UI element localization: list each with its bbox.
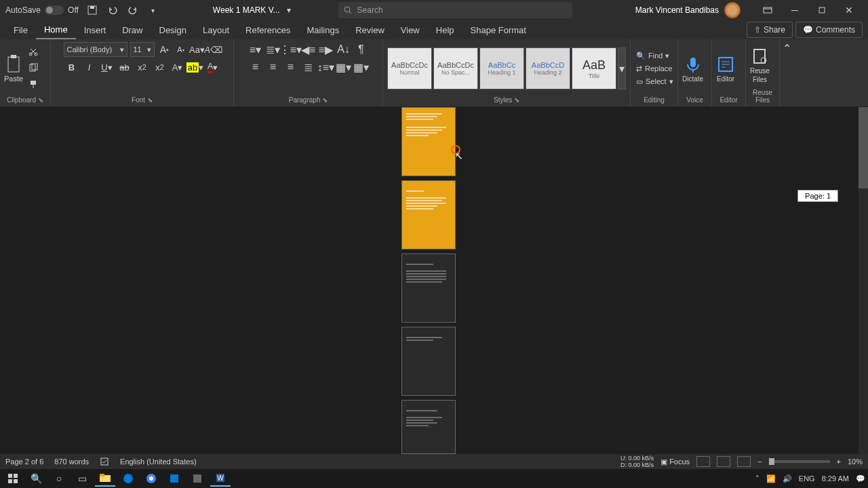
autosave-toggle[interactable] xyxy=(45,5,64,15)
style-heading2[interactable]: AaBbCcDHeading 2 xyxy=(526,47,570,89)
page-thumb-1[interactable]: ↖ xyxy=(401,107,456,176)
copy-icon[interactable] xyxy=(28,63,39,74)
font-color-icon[interactable]: A▾ xyxy=(205,60,220,75)
style-heading1[interactable]: AaBbCcHeading 1 xyxy=(479,47,524,89)
share-button[interactable]: ⇧Share xyxy=(747,22,793,38)
change-case-icon[interactable]: Aa▾ xyxy=(190,42,205,57)
superscript-button[interactable]: x2 xyxy=(153,60,167,75)
ribbon-display-icon[interactable] xyxy=(754,0,781,20)
read-mode-icon[interactable] xyxy=(696,456,710,467)
zoom-level[interactable]: 10% xyxy=(848,458,863,466)
tab-view[interactable]: View xyxy=(393,22,428,39)
text-effects-icon[interactable]: A▾ xyxy=(170,60,185,75)
close-button[interactable]: ✕ xyxy=(835,0,863,20)
italic-button[interactable]: I xyxy=(82,60,97,75)
underline-button[interactable]: U▾ xyxy=(100,60,115,75)
format-painter-icon[interactable] xyxy=(28,79,39,90)
tab-design[interactable]: Design xyxy=(151,22,195,39)
styles-more-icon[interactable]: ▾ xyxy=(618,47,626,89)
qat-dropdown-icon[interactable]: ▾ xyxy=(148,5,159,16)
tab-review[interactable]: Review xyxy=(347,22,393,39)
sort-icon[interactable]: A↓ xyxy=(336,42,352,57)
print-layout-icon[interactable] xyxy=(717,456,730,467)
search-input[interactable]: Search xyxy=(338,2,572,18)
edge-icon[interactable] xyxy=(118,470,138,487)
status-words[interactable]: 870 words xyxy=(54,458,89,466)
tab-layout[interactable]: Layout xyxy=(195,22,237,39)
start-button[interactable] xyxy=(3,470,23,487)
tab-insert[interactable]: Insert xyxy=(76,22,115,39)
chrome-icon[interactable] xyxy=(141,470,161,487)
tab-file[interactable]: File xyxy=(5,22,36,39)
scrollbar-thumb[interactable] xyxy=(859,107,868,188)
bold-button[interactable]: B xyxy=(64,60,79,75)
style-normal[interactable]: AaBbCcDcNormal xyxy=(387,47,432,89)
subscript-button[interactable]: x2 xyxy=(135,60,150,75)
reuse-files-button[interactable]: Reuse Files xyxy=(750,47,770,83)
borders-icon[interactable]: ▦▾ xyxy=(353,60,370,75)
find-button[interactable]: 🔍Find▾ xyxy=(635,50,675,62)
multilevel-icon[interactable]: ⋮≡▾ xyxy=(283,42,299,57)
line-spacing-icon[interactable]: ↕≡▾ xyxy=(318,60,334,75)
task-view-icon[interactable]: ▭ xyxy=(72,470,92,487)
select-button[interactable]: ▭Select▾ xyxy=(635,76,675,87)
status-language[interactable]: English (United States) xyxy=(120,458,197,466)
tray-language[interactable]: ENG xyxy=(799,474,815,483)
word-icon[interactable]: W xyxy=(210,470,231,487)
style-title[interactable]: AaBTitle xyxy=(572,47,616,89)
maximize-button[interactable] xyxy=(808,0,835,20)
app-icon-1[interactable] xyxy=(164,470,184,487)
redo-icon[interactable] xyxy=(127,5,138,16)
user-avatar[interactable] xyxy=(724,2,741,18)
shading-icon[interactable]: ▦▾ xyxy=(336,60,352,75)
search-taskbar-icon[interactable]: 🔍 xyxy=(26,470,46,487)
cut-icon[interactable] xyxy=(28,47,39,58)
comments-button[interactable]: 💬Comments xyxy=(795,22,863,38)
undo-icon[interactable] xyxy=(107,5,118,16)
status-page[interactable]: Page 2 of 6 xyxy=(5,458,43,466)
align-center-icon[interactable]: ≡ xyxy=(265,60,281,75)
focus-mode-button[interactable]: ▣ Focus xyxy=(660,458,690,466)
clear-formatting-icon[interactable]: A⌫ xyxy=(206,42,221,57)
highlight-icon[interactable]: ab▾ xyxy=(188,60,203,75)
tab-help[interactable]: Help xyxy=(428,22,462,39)
tray-expand-icon[interactable]: ˄ xyxy=(755,474,760,483)
bullets-icon[interactable]: ≡▾ xyxy=(248,42,264,57)
web-layout-icon[interactable] xyxy=(737,456,751,467)
tab-shape-format[interactable]: Shape Format xyxy=(462,22,534,39)
replace-button[interactable]: ⇄Replace xyxy=(635,63,675,75)
tray-network-icon[interactable]: 📶 xyxy=(766,474,776,483)
page-thumb-2[interactable] xyxy=(401,180,456,249)
align-right-icon[interactable]: ≡ xyxy=(283,60,299,75)
paste-button[interactable]: Paste xyxy=(4,54,23,83)
decrease-indent-icon[interactable]: ◀≡ xyxy=(300,42,317,57)
increase-indent-icon[interactable]: ≡▶ xyxy=(318,42,334,57)
page-thumb-4[interactable] xyxy=(401,327,456,396)
strikethrough-button[interactable]: ab xyxy=(117,60,132,75)
tab-home[interactable]: Home xyxy=(36,21,76,39)
zoom-slider[interactable] xyxy=(769,460,830,463)
document-canvas[interactable]: ↖ xyxy=(0,107,868,469)
increase-font-icon[interactable]: A▴ xyxy=(157,42,172,57)
paragraph-launcher-icon[interactable]: ⬊ xyxy=(322,96,328,104)
tab-references[interactable]: References xyxy=(237,22,298,39)
font-size-select[interactable]: 11▾ xyxy=(130,42,155,57)
spellcheck-icon[interactable] xyxy=(100,457,109,466)
font-launcher-icon[interactable]: ⬊ xyxy=(147,96,153,104)
collapse-ribbon-icon[interactable]: ⌃ xyxy=(780,39,793,106)
minimize-button[interactable]: ─ xyxy=(781,0,808,20)
editor-button[interactable]: Editor xyxy=(716,55,735,83)
font-name-select[interactable]: Calibri (Body)▾ xyxy=(64,42,127,57)
cortana-icon[interactable]: ○ xyxy=(49,470,69,487)
decrease-font-icon[interactable]: A▾ xyxy=(174,42,189,57)
align-left-icon[interactable]: ≡ xyxy=(248,60,264,75)
clipboard-launcher-icon[interactable]: ⬊ xyxy=(38,96,43,104)
vertical-scrollbar[interactable] xyxy=(859,107,868,469)
tray-volume-icon[interactable]: 🔊 xyxy=(783,474,792,483)
zoom-out-button[interactable]: − xyxy=(757,458,762,466)
app-icon-2[interactable] xyxy=(187,470,208,487)
file-explorer-icon[interactable] xyxy=(95,470,115,487)
dictate-button[interactable]: Dictate xyxy=(682,55,703,83)
tray-time[interactable]: 8:29 AM xyxy=(822,474,849,483)
show-marks-icon[interactable]: ¶ xyxy=(353,42,370,57)
